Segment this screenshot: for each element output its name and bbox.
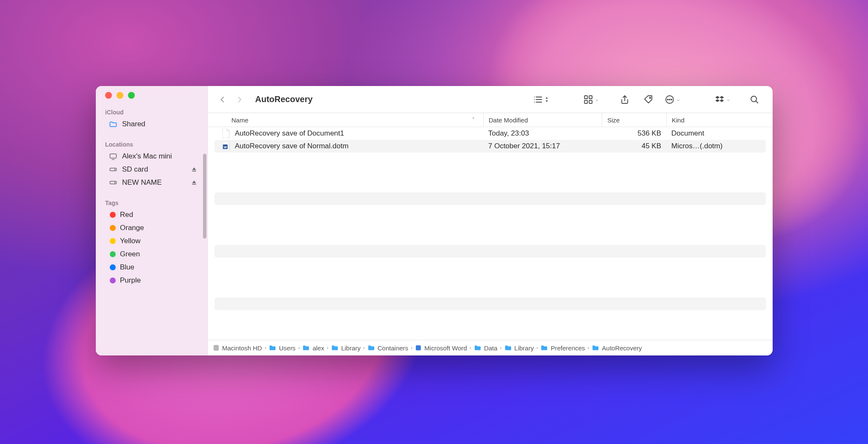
sidebar-item-tag[interactable]: Green: [99, 248, 204, 261]
empty-row: [214, 297, 766, 310]
svg-rect-14: [584, 96, 587, 99]
file-list: AutoRecovery save of Document1Today, 23:…: [208, 127, 773, 340]
sidebar-scrollbar[interactable]: [203, 154, 206, 239]
minimize-button[interactable]: [117, 92, 123, 99]
tag-dot-icon: [110, 264, 116, 270]
column-kind[interactable]: Kind: [666, 113, 773, 127]
sidebar-item-location[interactable]: Alex's Mac mini: [99, 150, 204, 163]
svg-rect-16: [584, 100, 587, 103]
sidebar-item-shared[interactable]: Shared: [99, 118, 204, 130]
column-label: Size: [607, 117, 620, 124]
view-list-button[interactable]: [530, 92, 551, 107]
nav-back-button[interactable]: [215, 92, 230, 107]
drive-icon: [108, 178, 118, 187]
breadcrumb-item[interactable]: Library: [504, 344, 534, 352]
breadcrumb-separator: ›: [363, 345, 365, 351]
close-button[interactable]: [105, 92, 112, 99]
group-by-button[interactable]: ⌵: [580, 92, 601, 107]
tag-dot-icon: [110, 278, 116, 283]
finder-window: iCloud Shared Locations Alex's Mac miniS…: [96, 86, 773, 355]
chevron-down-icon: ⌵: [677, 97, 680, 102]
sidebar-item-label: Yellow: [120, 237, 141, 245]
sidebar-item-label: Red: [120, 211, 133, 219]
svg-rect-17: [589, 100, 592, 103]
breadcrumb-item[interactable]: Data: [474, 344, 498, 352]
svg-rect-4: [192, 171, 196, 172]
sidebar-item-location[interactable]: NEW NAME: [99, 176, 204, 189]
breadcrumb-separator: ›: [587, 345, 589, 351]
svg-point-20: [668, 99, 668, 100]
sidebar-item-tag[interactable]: Orange: [99, 222, 204, 234]
breadcrumb-item[interactable]: Users: [269, 344, 295, 352]
zoom-button[interactable]: [128, 92, 135, 99]
sidebar-group-locations: Locations: [96, 139, 207, 150]
svg-point-18: [650, 97, 651, 98]
breadcrumb-label: Library: [341, 344, 361, 352]
tags-button[interactable]: [638, 92, 659, 107]
folder-icon: [474, 345, 481, 351]
toolbar: AutoRecovery ⌵ ⌵: [208, 86, 773, 113]
sidebar-item-location[interactable]: SD card: [99, 163, 204, 176]
sidebar-item-tag[interactable]: Yellow: [99, 235, 204, 247]
actions-button[interactable]: ⌵: [662, 92, 683, 107]
breadcrumb-separator: ›: [500, 345, 502, 351]
folder-icon: [540, 345, 548, 351]
drive-icon: [108, 152, 118, 161]
sort-ascending-icon: ˄: [472, 117, 475, 123]
column-date-modified[interactable]: Date Modified: [483, 113, 602, 127]
eject-icon[interactable]: [191, 180, 197, 186]
breadcrumb-item[interactable]: Microsoft Word: [415, 344, 467, 352]
column-label: Kind: [672, 117, 684, 124]
breadcrumb-item[interactable]: Macintosh HD: [213, 344, 262, 352]
sidebar-item-label: Purple: [120, 276, 141, 285]
sidebar-item-label: Alex's Mac mini: [122, 152, 172, 161]
breadcrumb-label: Data: [484, 344, 498, 352]
folder-icon: [213, 344, 220, 351]
breadcrumb-item[interactable]: Containers: [367, 344, 409, 352]
empty-row: [214, 192, 766, 205]
dropbox-button[interactable]: ⌵: [712, 92, 733, 107]
file-row[interactable]: AutoRecovery save of Document1Today, 23:…: [214, 127, 766, 140]
share-button[interactable]: [614, 92, 635, 107]
chevron-down-icon: ⌵: [727, 97, 730, 102]
eject-icon[interactable]: [191, 166, 197, 172]
file-row[interactable]: WAutoRecovery save of Normal.dotm7 Octob…: [214, 140, 766, 153]
tag-dot-icon: [110, 251, 116, 257]
breadcrumb-label: Containers: [378, 344, 409, 352]
empty-row: [214, 324, 766, 336]
folder-icon: [592, 345, 599, 351]
chevron-down-icon: ⌵: [595, 97, 598, 102]
tag-dot-icon: [110, 238, 116, 244]
breadcrumb-separator: ›: [411, 345, 412, 351]
breadcrumb-item[interactable]: alex: [302, 344, 324, 352]
breadcrumb-label: Users: [279, 344, 295, 352]
window-controls: [96, 92, 207, 106]
svg-rect-28: [416, 345, 421, 350]
column-label: Date Modified: [489, 117, 528, 124]
svg-rect-0: [110, 154, 117, 158]
svg-point-6: [114, 182, 115, 183]
sidebar-item-tag[interactable]: Blue: [99, 261, 204, 274]
sidebar-item-label: Green: [120, 250, 140, 258]
breadcrumb-label: Preferences: [551, 344, 585, 352]
main-pane: AutoRecovery ⌵ ⌵: [208, 86, 773, 355]
folder-icon: [504, 345, 512, 351]
breadcrumb-item[interactable]: Preferences: [540, 344, 585, 352]
search-button[interactable]: [744, 92, 765, 107]
tag-dot-icon: [110, 212, 116, 218]
svg-point-3: [114, 169, 115, 170]
file-icon: [222, 129, 231, 138]
folder-icon: [269, 345, 276, 351]
breadcrumb-item[interactable]: AutoRecovery: [592, 344, 642, 352]
breadcrumb-separator: ›: [327, 345, 328, 351]
sidebar-item-tag[interactable]: Purple: [99, 274, 204, 287]
breadcrumb-label: Macintosh HD: [222, 344, 262, 352]
sidebar-group-tags: Tags: [96, 197, 207, 208]
folder-icon: [367, 345, 375, 351]
breadcrumb-item[interactable]: Library: [331, 344, 361, 352]
column-size[interactable]: Size: [602, 113, 666, 127]
sidebar-item-label: Blue: [120, 263, 134, 272]
nav-forward-button[interactable]: [232, 92, 247, 107]
sidebar-item-tag[interactable]: Red: [99, 208, 204, 221]
column-name[interactable]: Name ˄: [208, 113, 483, 127]
